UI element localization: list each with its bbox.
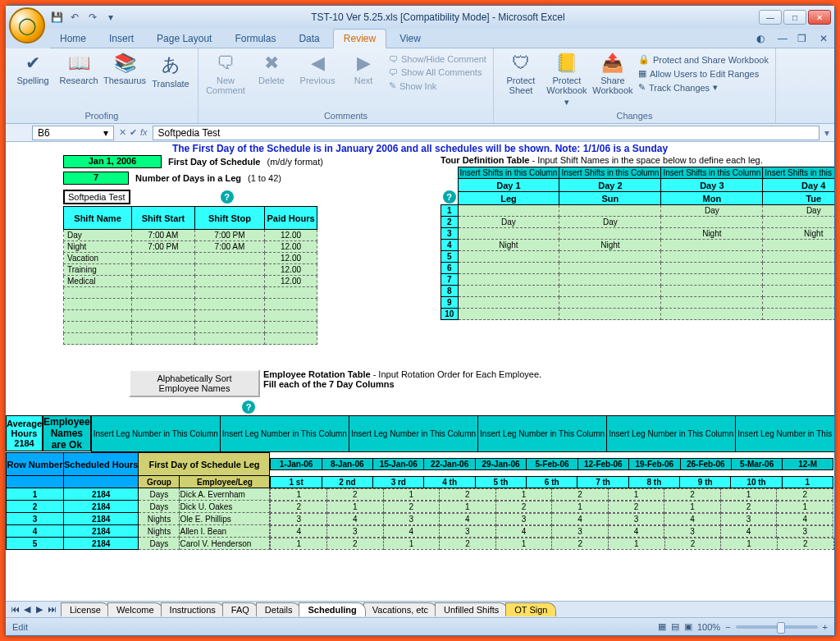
shift-cell[interactable]: Training xyxy=(64,264,132,276)
shift-cell[interactable]: 7:00 AM xyxy=(194,241,264,253)
protect-share-button[interactable]: 🔒Protect and Share Workbook xyxy=(637,53,770,66)
shift-cell[interactable] xyxy=(194,322,264,333)
minimize-button[interactable]: — xyxy=(759,10,782,25)
sort-names-button[interactable]: Alphabetically Sort Employee Names xyxy=(129,369,260,397)
rotation-cell[interactable]: 3 xyxy=(720,513,777,524)
rotation-cell[interactable]: 2 xyxy=(552,488,609,500)
tab-view[interactable]: View xyxy=(390,30,431,48)
view-pagebreak-icon[interactable]: ▣ xyxy=(684,621,692,632)
rotation-cell[interactable]: 1 xyxy=(608,488,664,500)
tour-cell[interactable] xyxy=(458,263,559,274)
tour-cell[interactable] xyxy=(559,274,661,286)
shift-cell[interactable] xyxy=(265,310,317,322)
tour-cell[interactable] xyxy=(661,274,763,286)
rotation-cell[interactable]: 3 xyxy=(271,513,327,524)
tour-cell[interactable] xyxy=(458,251,559,263)
next-sheet-icon[interactable]: ▶ xyxy=(34,604,45,615)
shift-cell[interactable] xyxy=(64,322,132,333)
shift-cell[interactable]: 7:00 PM xyxy=(194,230,264,241)
shift-cell[interactable]: 12.00 xyxy=(265,241,317,253)
cancel-formula-icon[interactable]: ✕ xyxy=(119,127,126,138)
rotation-cell[interactable]: 4 xyxy=(383,525,440,537)
tour-cell[interactable] xyxy=(559,297,661,309)
rotation-cell[interactable]: 2 xyxy=(495,501,552,512)
shift-cell[interactable]: 7:00 AM xyxy=(132,230,195,241)
tour-cell[interactable] xyxy=(559,228,661,240)
tab-page-layout[interactable]: Page Layout xyxy=(147,30,221,48)
rotation-cell[interactable]: 2 xyxy=(327,538,384,549)
tour-cell[interactable] xyxy=(661,286,763,297)
tour-cell[interactable] xyxy=(763,217,834,228)
shift-cell[interactable] xyxy=(64,299,132,310)
shift-cell[interactable] xyxy=(194,276,264,287)
accept-formula-icon[interactable]: ✔ xyxy=(130,127,137,138)
rotation-cell[interactable]: 4 xyxy=(664,513,721,524)
tour-cell[interactable] xyxy=(763,251,834,263)
rotation-cell[interactable]: 1 xyxy=(271,488,327,500)
shift-cell[interactable] xyxy=(194,299,264,310)
sheet-tab[interactable]: OT Sign xyxy=(505,602,556,616)
rotation-cell[interactable]: 1 xyxy=(495,538,552,549)
tab-review[interactable]: Review xyxy=(333,29,386,48)
rotation-cell[interactable]: 3 xyxy=(495,513,552,524)
rotation-cell[interactable]: 1 xyxy=(383,538,440,549)
shift-cell[interactable] xyxy=(132,287,195,299)
days-leg-value[interactable]: 7 xyxy=(63,172,129,185)
tour-cell[interactable] xyxy=(458,205,559,217)
shift-cell[interactable] xyxy=(132,333,195,345)
sheet-tab[interactable]: Instructions xyxy=(161,602,225,616)
tour-cell[interactable] xyxy=(661,297,763,309)
rotation-cell[interactable]: 4 xyxy=(495,525,552,537)
tour-cell[interactable] xyxy=(661,263,763,274)
shift-cell[interactable] xyxy=(265,333,317,345)
qat-dropdown-icon[interactable]: ▾ xyxy=(104,11,117,24)
rotation-cell[interactable]: 4 xyxy=(608,525,664,537)
rotation-cell[interactable]: 1 xyxy=(777,501,833,512)
view-layout-icon[interactable]: ▤ xyxy=(671,621,679,632)
sheet-tab[interactable]: Welcome xyxy=(107,602,163,616)
shift-cell[interactable] xyxy=(265,299,317,310)
shift-cell[interactable] xyxy=(194,264,264,276)
tour-cell[interactable]: Day xyxy=(763,205,834,217)
help-icon[interactable]: ◐ xyxy=(750,30,771,48)
rotation-cell[interactable]: 4 xyxy=(440,513,496,524)
tour-cell[interactable] xyxy=(559,309,661,320)
shift-cell[interactable] xyxy=(132,310,195,322)
tour-cell[interactable] xyxy=(458,274,559,286)
shift-cell[interactable] xyxy=(132,322,195,333)
shift-cell[interactable] xyxy=(265,287,317,299)
tab-insert[interactable]: Insert xyxy=(99,30,144,48)
protect-workbook-button[interactable]: 📒Protect Workbook▾ xyxy=(545,50,589,110)
share-workbook-button[interactable]: 📤Share Workbook xyxy=(591,50,635,98)
tour-cell[interactable]: Day xyxy=(661,205,763,217)
rotation-cell[interactable]: 3 xyxy=(552,525,609,537)
rotation-cell[interactable]: 2 xyxy=(440,538,496,549)
expand-formula-icon[interactable]: ▾ xyxy=(819,127,834,139)
shift-cell[interactable]: 7:00 PM xyxy=(132,241,195,253)
shift-cell[interactable]: Night xyxy=(64,241,132,253)
fx-icon[interactable]: fx xyxy=(140,127,148,138)
rotation-cell[interactable]: 2 xyxy=(440,488,496,500)
tour-cell[interactable]: Night xyxy=(661,228,763,240)
tour-cell[interactable] xyxy=(661,309,763,320)
save-icon[interactable]: 💾 xyxy=(50,11,63,24)
prev-sheet-icon[interactable]: ◀ xyxy=(21,604,33,615)
rotation-cell[interactable]: 2 xyxy=(383,501,440,512)
rotation-cell[interactable]: 2 xyxy=(271,501,327,512)
rotation-cell[interactable]: 2 xyxy=(720,501,777,512)
rotation-cell[interactable]: 2 xyxy=(608,501,664,512)
tour-cell[interactable] xyxy=(559,286,661,297)
shift-cell[interactable] xyxy=(194,287,264,299)
zoom-out-icon[interactable]: − xyxy=(725,622,730,632)
first-sheet-icon[interactable]: ⏮ xyxy=(9,604,21,615)
thesaurus-button[interactable]: 📚Thesaurus xyxy=(103,50,147,88)
shift-cell[interactable]: 12.00 xyxy=(265,264,317,276)
worksheet-area[interactable]: The First Day of the Schedule is in Janu… xyxy=(6,142,834,601)
allow-edit-ranges-button[interactable]: ▦Allow Users to Edit Ranges xyxy=(637,67,770,80)
zoom-level[interactable]: 100% xyxy=(697,622,720,632)
tour-cell[interactable]: Day xyxy=(458,217,559,228)
tour-cell[interactable]: Day xyxy=(559,217,661,228)
zoom-in-icon[interactable]: + xyxy=(823,622,828,632)
office-button[interactable]: ◯ xyxy=(9,7,45,43)
undo-icon[interactable]: ↶ xyxy=(68,11,81,24)
